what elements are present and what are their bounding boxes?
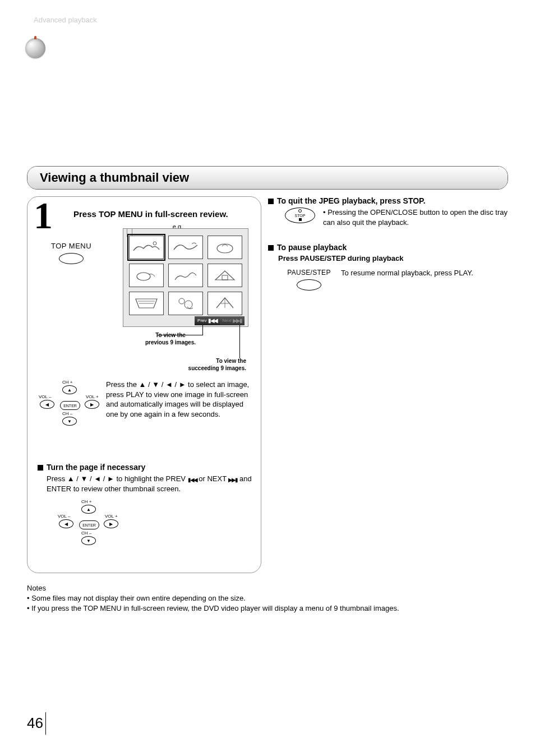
thumbnail-cell <box>168 292 203 315</box>
thumbnail-cell <box>207 236 242 259</box>
skip-back-icon: ▮◀◀ <box>208 318 217 324</box>
dpad-left-icon: ◀ <box>40 400 54 409</box>
page-number: 46 <box>27 712 46 735</box>
thumbnail-screen-illustration: Prev ▮◀◀ Next ▶▶▮ <box>123 228 248 327</box>
square-bullet-icon <box>268 199 274 204</box>
dpad-right-icon: ▶ <box>104 519 118 528</box>
turn-page-heading: Turn the page if necessary <box>38 463 253 472</box>
dpad-illustration: CH + ▲ VOL – ◀ ENTER VOL + ▶ CH – ▼ <box>58 499 119 550</box>
step-1-title: Press TOP MENU in full-screen review. <box>73 209 253 219</box>
dpad-up-icon: ▲ <box>62 385 77 394</box>
thumbnail-cell <box>207 264 242 287</box>
skip-forward-icon: ▶▶▮ <box>233 318 242 324</box>
pause-label: PAUSE/STEP <box>284 268 334 277</box>
stop-icon <box>299 218 302 221</box>
dpad-right-icon: ▶ <box>85 400 99 409</box>
notes-heading: Notes <box>27 583 508 593</box>
thumbnail-next-button: Next ▶▶▮ <box>220 316 245 325</box>
svg-point-0 <box>153 242 156 245</box>
skip-back-icon: ▮◀◀ <box>188 476 197 484</box>
top-menu-label: TOP MENU <box>51 242 91 250</box>
pause-heading: To pause playback <box>268 243 508 252</box>
dpad-up-icon: ▲ <box>81 505 96 514</box>
thumbnail-cell <box>207 292 242 315</box>
svg-point-1 <box>217 244 233 253</box>
stop-label: STOP <box>295 214 306 218</box>
step-frame: Press TOP MENU in full-screen review. e.… <box>27 196 261 573</box>
thumbnail-cell <box>129 236 164 259</box>
callout-prev-l2: previous 9 images. <box>145 339 196 345</box>
thumbnail-cell <box>168 264 203 287</box>
dpad-enter-icon: ENTER <box>79 520 99 529</box>
dpad-enter-icon: ENTER <box>60 401 80 410</box>
callout-next-l1: To view the <box>216 358 246 364</box>
section-title-box: Viewing a thumbnail view <box>27 166 508 190</box>
square-bullet-icon <box>38 465 43 471</box>
skip-forward-icon: ▶▶▮ <box>228 476 237 484</box>
step-1-body: Press the ▲ / ▼ / ◄ / ► to select an ima… <box>106 380 253 430</box>
thumbnail-cell <box>168 236 203 259</box>
pause-body: To resume normal playback, press PLAY. <box>341 268 508 278</box>
step-number: 1 <box>34 196 53 234</box>
thumbnail-prev-label: Prev <box>197 319 206 323</box>
note-1: • Some files may not display their own e… <box>27 593 508 603</box>
pause-button-icon <box>297 279 321 291</box>
dpad-down-icon: ▼ <box>62 417 77 426</box>
breadcrumb: Advanced playback <box>34 16 97 24</box>
notes-block: Notes • Some files may not display their… <box>27 583 508 614</box>
pause-subheading: Press PAUSE/STEP during playback <box>278 254 508 262</box>
svg-point-2 <box>137 273 150 280</box>
dpad-down-icon: ▼ <box>81 536 96 545</box>
note-2: • If you press the TOP MENU in full-scre… <box>27 603 508 614</box>
svg-rect-3 <box>222 275 228 280</box>
dpad-left-icon: ◀ <box>59 519 73 528</box>
square-bullet-icon <box>268 245 274 251</box>
section-bullet-icon <box>25 38 45 58</box>
pause-button-illustration: PAUSE/STEP <box>284 268 334 293</box>
svg-point-4 <box>179 298 185 304</box>
quit-heading: To quit the JPEG playback, press STOP. <box>268 196 508 205</box>
dpad-illustration: CH + ▲ VOL – ◀ ENTER VOL + ▶ CH – ▼ <box>39 380 100 430</box>
thumbnail-cell <box>129 292 164 315</box>
stop-button-illustration: STOP <box>284 208 316 223</box>
section-title: Viewing a thumbnail view <box>27 167 508 189</box>
thumbnail-prev-button: Prev ▮◀◀ <box>195 316 219 325</box>
svg-point-5 <box>185 301 192 308</box>
thumbnail-cell <box>129 264 164 287</box>
callout-prev-l1: To view the <box>155 332 186 338</box>
turn-page-body: Press ▲ / ▼ / ◄ / ► to highlight the PRE… <box>47 474 253 494</box>
quit-body: • Pressing the OPEN/CLOSE button to open… <box>323 208 508 227</box>
top-menu-button-icon <box>59 253 84 264</box>
thumbnail-next-label: Next <box>223 319 232 323</box>
callout-next-l2: succeeding 9 images. <box>188 365 246 371</box>
